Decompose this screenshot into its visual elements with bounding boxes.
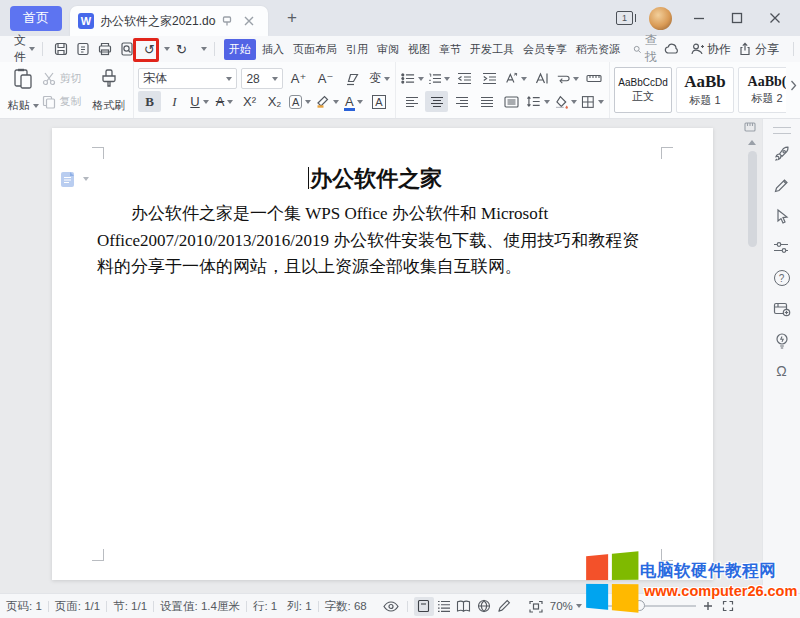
export-pdf-icon[interactable] — [72, 38, 94, 60]
status-word-count[interactable]: 字数: 68 — [325, 599, 367, 614]
font-name-select[interactable]: 宋体 — [138, 68, 237, 89]
vertical-scrollbar[interactable] — [744, 119, 760, 593]
outline-view-icon[interactable] — [434, 597, 454, 616]
quick-tools-rocket-icon[interactable] — [771, 143, 793, 165]
redo-icon[interactable]: ↻ — [170, 39, 193, 60]
document-page[interactable]: 办公软件之家 办公软件之家是一个集 WPS Office 办公软件和 Micro… — [52, 128, 713, 580]
select-cursor-icon[interactable] — [771, 205, 793, 227]
tab-section[interactable]: 章节 — [436, 39, 464, 60]
fit-page-icon[interactable] — [526, 597, 546, 616]
copy-button[interactable]: 复制 — [42, 90, 88, 113]
document-heading[interactable]: 办公软件之家 — [97, 164, 653, 194]
character-scale-button[interactable] — [503, 68, 528, 89]
print-icon[interactable] — [94, 38, 116, 60]
ink-pen-icon[interactable] — [494, 597, 514, 616]
zoom-out-icon[interactable] — [586, 597, 606, 616]
close-tab-icon[interactable] — [238, 10, 260, 32]
zoom-value[interactable]: 70% — [550, 600, 573, 612]
undo-icon[interactable]: ↺ — [138, 39, 161, 60]
justify-icon[interactable] — [475, 91, 498, 112]
character-shading-button[interactable]: A — [367, 91, 390, 112]
text-direction-icon[interactable] — [530, 68, 553, 89]
web-view-icon[interactable] — [474, 597, 494, 616]
window-switch-badge[interactable]: 1 — [616, 11, 633, 25]
symbols-omega-icon[interactable]: Ω — [771, 360, 793, 382]
cut-button[interactable]: 剪切 — [42, 67, 88, 90]
zoom-caret-icon[interactable] — [576, 604, 582, 608]
eye-protection-icon[interactable] — [381, 597, 401, 616]
tab-home[interactable]: 开始 — [224, 39, 256, 60]
text-effects-button[interactable]: A — [288, 91, 312, 112]
underline-button[interactable]: U — [188, 91, 211, 112]
tab-page-layout[interactable]: 页面布局 — [290, 39, 340, 60]
page-view-icon[interactable] — [414, 597, 434, 616]
quick-access-more-icon[interactable] — [201, 47, 207, 51]
format-painter-button[interactable]: 格式刷 — [89, 67, 129, 113]
inspiration-bulb-icon[interactable] — [771, 329, 793, 351]
character-width-icon[interactable] — [582, 68, 605, 89]
superscript-button[interactable]: X² — [238, 91, 261, 112]
print-preview-icon[interactable] — [116, 38, 138, 60]
paste-options-widget[interactable] — [60, 170, 89, 189]
file-menu[interactable]: 文件 — [14, 32, 26, 66]
subscript-button[interactable]: X₂ — [263, 91, 286, 112]
tab-member[interactable]: 会员专享 — [520, 39, 570, 60]
tab-references[interactable]: 引用 — [343, 39, 371, 60]
pin-tab-icon[interactable] — [216, 10, 238, 32]
borders-button[interactable] — [580, 91, 605, 112]
italic-button[interactable]: I — [163, 91, 186, 112]
toolbox-panel-icon[interactable] — [771, 298, 793, 320]
read-mode-icon[interactable] — [454, 597, 474, 616]
styles-more-icon[interactable] — [786, 62, 800, 108]
find-button[interactable]: 查找 — [633, 32, 661, 66]
strikethrough-button[interactable]: A — [213, 91, 236, 112]
document-paragraph[interactable]: 办公软件之家是一个集 WPS Office 办公软件和 Microsoft Of… — [97, 201, 653, 281]
increase-indent-icon[interactable] — [478, 68, 501, 89]
minimize-icon[interactable] — [688, 7, 710, 29]
paste-button[interactable]: 粘贴 — [4, 67, 42, 113]
decrease-font-button[interactable]: A⁻ — [314, 68, 337, 89]
ruler-toggle-icon[interactable] — [744, 121, 760, 133]
tab-review[interactable]: 审阅 — [374, 39, 402, 60]
clear-format-icon[interactable] — [341, 68, 364, 89]
increase-font-button[interactable]: A⁺ — [287, 68, 310, 89]
tab-docer[interactable]: 稻壳资源 — [573, 39, 623, 60]
scrollbar-thumb[interactable] — [748, 151, 757, 247]
line-spacing-button[interactable] — [525, 91, 551, 112]
zoom-slider[interactable] — [608, 605, 696, 607]
sidebar-handle[interactable] — [773, 127, 791, 134]
tab-insert[interactable]: 插入 — [259, 39, 287, 60]
zoom-in-icon[interactable] — [698, 597, 718, 616]
numbered-list-button[interactable] — [427, 68, 452, 89]
highlight-button[interactable] — [314, 91, 340, 112]
font-size-select[interactable]: 28 — [241, 68, 283, 89]
cloud-sync-icon[interactable] — [661, 38, 683, 60]
home-tab-button[interactable]: 首页 — [10, 6, 62, 31]
document-tab[interactable]: W 办公软件之家2021.docx — [70, 6, 268, 36]
tab-view[interactable]: 视图 — [405, 39, 433, 60]
distribute-text-icon[interactable] — [500, 91, 523, 112]
decrease-indent-icon[interactable] — [453, 68, 476, 89]
tab-developer[interactable]: 开发工具 — [467, 39, 517, 60]
fullscreen-icon[interactable] — [718, 597, 738, 616]
style-heading1[interactable]: AaBb 标题 1 — [676, 67, 734, 113]
wrap-break-button[interactable] — [555, 68, 580, 89]
edit-pen-icon[interactable] — [771, 174, 793, 196]
align-center-icon[interactable] — [425, 91, 448, 112]
maximize-icon[interactable] — [726, 7, 748, 29]
help-icon[interactable]: ? — [771, 267, 793, 289]
document-text[interactable]: 办公软件之家 办公软件之家是一个集 WPS Office 办公软件和 Micro… — [97, 164, 653, 281]
settings-sliders-icon[interactable] — [771, 236, 793, 258]
style-normal[interactable]: AaBbCcDd 正文 — [614, 67, 672, 113]
share-button[interactable]: 分享 — [738, 41, 779, 58]
close-window-icon[interactable] — [764, 7, 786, 29]
bullet-list-button[interactable] — [400, 68, 425, 89]
save-icon[interactable] — [50, 38, 72, 60]
pinyin-guide-button[interactable]: 变 — [368, 68, 391, 89]
font-color-button[interactable]: A — [342, 91, 365, 112]
shading-button[interactable] — [553, 91, 579, 112]
user-avatar[interactable] — [649, 7, 672, 30]
zoom-slider-knob[interactable] — [634, 600, 645, 611]
bold-button[interactable]: B — [138, 91, 161, 112]
collaborate-button[interactable]: 协作 — [690, 41, 731, 58]
